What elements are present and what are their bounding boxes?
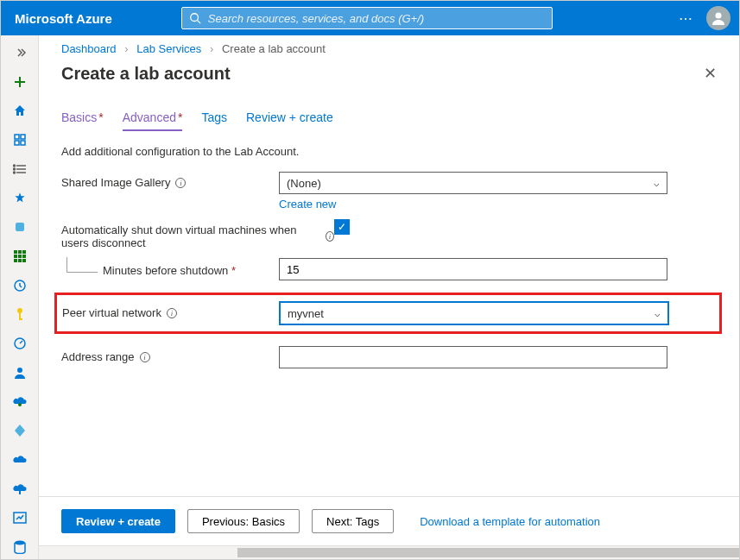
nav-expand-icon[interactable] bbox=[6, 41, 34, 65]
nav-clock-icon[interactable] bbox=[6, 274, 34, 298]
peer-vnet-label: Peer virtual network bbox=[62, 306, 161, 319]
nav-dashboard-icon[interactable] bbox=[6, 128, 34, 152]
horizontal-scrollbar[interactable] bbox=[39, 545, 739, 559]
svg-rect-24 bbox=[22, 259, 26, 262]
global-search[interactable] bbox=[181, 7, 553, 29]
chevron-right-icon: › bbox=[210, 42, 213, 55]
nav-cloud-icon-3[interactable] bbox=[6, 477, 34, 501]
tab-advanced[interactable]: Advanced* bbox=[123, 110, 183, 131]
user-avatar[interactable] bbox=[706, 6, 731, 30]
scroll-thumb[interactable] bbox=[237, 548, 739, 557]
svg-rect-16 bbox=[14, 250, 17, 254]
info-icon[interactable]: i bbox=[140, 352, 150, 362]
next-button[interactable]: Next: Tags bbox=[312, 509, 394, 533]
shared-gallery-label: Shared Image Gallery bbox=[61, 176, 170, 189]
breadcrumb: Dashboard › Lab Services › Create a lab … bbox=[39, 35, 739, 57]
search-icon bbox=[189, 12, 201, 24]
highlight-box: Peer virtual network i myvnet ⌵ bbox=[54, 293, 722, 334]
shared-gallery-select[interactable]: (None) ⌵ bbox=[279, 172, 667, 194]
chevron-down-icon: ⌵ bbox=[655, 308, 661, 319]
nav-service-icon-1[interactable] bbox=[6, 215, 34, 239]
svg-rect-18 bbox=[22, 250, 26, 254]
download-template-link[interactable]: Download a template for automation bbox=[420, 515, 600, 528]
svg-rect-22 bbox=[14, 259, 17, 262]
minutes-input[interactable] bbox=[279, 258, 667, 280]
svg-point-30 bbox=[17, 368, 22, 373]
svg-rect-28 bbox=[19, 318, 22, 320]
nav-chart-icon[interactable] bbox=[6, 507, 34, 531]
auto-shutdown-checkbox[interactable]: ✓ bbox=[334, 219, 350, 235]
svg-rect-7 bbox=[15, 141, 19, 145]
tab-review[interactable]: Review + create bbox=[246, 110, 333, 131]
svg-rect-15 bbox=[16, 223, 24, 231]
svg-rect-23 bbox=[18, 259, 22, 262]
svg-point-31 bbox=[18, 403, 22, 406]
chevron-down-icon: ⌵ bbox=[654, 178, 660, 189]
nav-key-icon[interactable] bbox=[6, 302, 34, 326]
tab-basics[interactable]: Basics* bbox=[61, 110, 104, 131]
svg-point-12 bbox=[13, 165, 15, 167]
nav-create-icon[interactable] bbox=[6, 70, 34, 94]
svg-rect-17 bbox=[18, 250, 22, 254]
svg-rect-8 bbox=[21, 141, 25, 145]
left-nav bbox=[1, 35, 39, 559]
top-bar: Microsoft Azure ⋯ bbox=[1, 1, 739, 35]
svg-point-33 bbox=[15, 541, 25, 545]
info-icon[interactable]: i bbox=[167, 308, 177, 318]
info-icon[interactable]: i bbox=[175, 178, 186, 188]
nav-cloud-icon-1[interactable] bbox=[6, 390, 34, 414]
peer-vnet-select[interactable]: myvnet ⌵ bbox=[280, 302, 668, 324]
form-description: Add additional configuration to the Lab … bbox=[61, 145, 717, 158]
address-range-label: Address range bbox=[61, 350, 135, 363]
more-menu-icon[interactable]: ⋯ bbox=[679, 10, 694, 27]
svg-point-13 bbox=[13, 168, 15, 170]
main-panel: Dashboard › Lab Services › Create a lab … bbox=[39, 35, 739, 559]
breadcrumb-lab-services[interactable]: Lab Services bbox=[136, 42, 201, 55]
svg-rect-21 bbox=[22, 255, 26, 258]
previous-button[interactable]: Previous: Basics bbox=[187, 509, 300, 533]
nav-db-icon[interactable] bbox=[6, 535, 34, 559]
breadcrumb-dashboard[interactable]: Dashboard bbox=[61, 42, 117, 55]
svg-line-1 bbox=[197, 21, 200, 24]
breadcrumb-current: Create a lab account bbox=[222, 42, 326, 55]
chevron-right-icon: › bbox=[124, 42, 128, 55]
nav-gauge-icon[interactable] bbox=[6, 331, 34, 356]
nav-grid-icon[interactable] bbox=[6, 244, 34, 268]
nav-list-icon[interactable] bbox=[6, 157, 34, 181]
brand-label: Microsoft Azure bbox=[15, 11, 112, 26]
svg-rect-19 bbox=[14, 255, 17, 258]
nav-home-icon[interactable] bbox=[6, 98, 34, 123]
svg-point-2 bbox=[716, 13, 722, 19]
search-input[interactable] bbox=[208, 12, 545, 25]
svg-rect-6 bbox=[21, 135, 25, 139]
nav-diamond-icon[interactable] bbox=[6, 418, 34, 443]
svg-point-14 bbox=[13, 172, 15, 173]
minutes-label: Minutes before shutdown bbox=[103, 264, 228, 277]
footer-bar: Review + create Previous: Basics Next: T… bbox=[39, 496, 739, 545]
nav-star-icon[interactable] bbox=[6, 186, 34, 211]
address-range-input[interactable] bbox=[279, 346, 667, 368]
close-icon[interactable]: ✕ bbox=[700, 60, 720, 86]
tab-tags[interactable]: Tags bbox=[201, 110, 227, 131]
svg-rect-20 bbox=[18, 255, 22, 258]
review-create-button[interactable]: Review + create bbox=[61, 509, 175, 533]
nav-user-icon[interactable] bbox=[6, 361, 34, 385]
svg-point-0 bbox=[191, 14, 199, 22]
svg-rect-5 bbox=[15, 135, 19, 139]
tabs: Basics* Advanced* Tags Review + create bbox=[39, 95, 739, 131]
nav-cloud-icon-2[interactable] bbox=[6, 448, 34, 472]
page-title: Create a lab account bbox=[61, 64, 231, 84]
info-icon[interactable]: i bbox=[326, 231, 334, 242]
create-new-link[interactable]: Create new bbox=[279, 198, 336, 211]
tree-line-icon bbox=[66, 257, 98, 273]
auto-shutdown-label: Automatically shut down virtual machines… bbox=[61, 223, 320, 249]
